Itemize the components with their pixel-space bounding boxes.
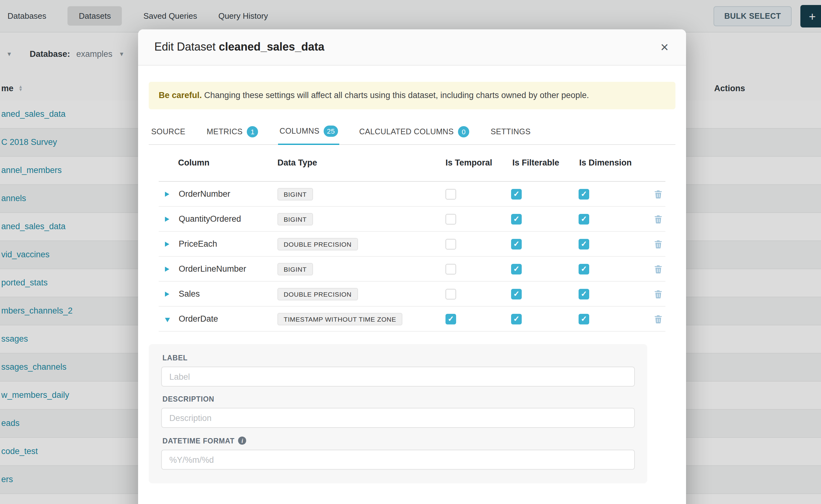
tab-metrics-label: METRICS (206, 127, 242, 136)
tab-calculated-columns[interactable]: CALCULATED COLUMNS 0 (358, 119, 471, 144)
modal-title-dataset-name: cleaned_sales_data (219, 41, 324, 53)
tab-metrics[interactable]: METRICS 1 (205, 119, 259, 144)
delete-column-button[interactable] (654, 189, 663, 199)
column-row: OrderNumber BIGINT (159, 182, 665, 207)
delete-column-button[interactable] (654, 314, 663, 324)
data-type-pill: DOUBLE PRECISION (277, 288, 358, 300)
is-dimension-checkbox[interactable] (579, 289, 589, 299)
data-type-header: Data Type (277, 145, 317, 181)
is-dimension-header: Is Dimension (579, 145, 632, 181)
delete-column-button[interactable] (654, 214, 663, 224)
trash-icon (654, 289, 663, 299)
column-row: QuantityOrdered BIGINT (159, 207, 665, 232)
warning-banner-text: Changing these settings will affect all … (202, 91, 589, 100)
trash-icon (654, 264, 663, 274)
label-field-label: LABEL (162, 354, 635, 362)
description-input[interactable] (161, 408, 635, 428)
is-filterable-checkbox[interactable] (511, 289, 522, 299)
delete-column-button[interactable] (654, 239, 663, 249)
is-dimension-checkbox[interactable] (579, 264, 589, 274)
is-temporal-checkbox[interactable] (446, 239, 456, 249)
description-field-label: DESCRIPTION (162, 395, 635, 403)
columns-count-badge: 25 (324, 126, 338, 137)
label-field-label-text: LABEL (162, 354, 188, 362)
column-name: Sales (179, 282, 200, 306)
tab-settings-label: SETTINGS (491, 127, 531, 136)
is-temporal-checkbox[interactable] (446, 289, 456, 299)
is-filterable-checkbox[interactable] (511, 314, 522, 324)
column-row: Sales DOUBLE PRECISION (159, 282, 665, 307)
tab-columns[interactable]: COLUMNS 25 (278, 119, 339, 145)
trash-icon (654, 239, 663, 249)
edit-dataset-modal: Edit Dataset cleaned_sales_data × Be car… (138, 29, 686, 504)
tab-settings[interactable]: SETTINGS (489, 119, 532, 144)
expand-caret-icon[interactable] (165, 291, 169, 296)
datetime-format-label-text: DATETIME FORMAT (162, 437, 235, 444)
is-filterable-checkbox[interactable] (511, 214, 522, 224)
column-name: PriceEach (179, 232, 217, 256)
is-dimension-checkbox[interactable] (579, 314, 589, 324)
data-type-pill: TIMESTAMP WITHOUT TIME ZONE (277, 313, 402, 325)
is-filterable-checkbox[interactable] (511, 189, 522, 199)
data-type-pill: BIGINT (277, 213, 313, 225)
column-name: OrderLineNumber (179, 257, 246, 281)
column-header: Column (178, 145, 210, 181)
tab-calculated-columns-label: CALCULATED COLUMNS (359, 127, 454, 136)
trash-icon (654, 214, 663, 224)
trash-icon (654, 189, 663, 199)
expand-caret-icon[interactable] (165, 216, 169, 221)
is-temporal-checkbox[interactable] (446, 314, 456, 324)
column-row: OrderDate TIMESTAMP WITHOUT TIME ZONE (159, 307, 665, 332)
expand-caret-icon[interactable] (165, 191, 169, 196)
columns-table-header: Column Data Type Is Temporal Is Filterab… (159, 145, 665, 182)
close-icon[interactable]: × (659, 39, 670, 55)
label-input[interactable] (161, 367, 635, 387)
is-dimension-checkbox[interactable] (579, 189, 589, 199)
calculated-columns-count-badge: 0 (458, 126, 469, 137)
tab-source[interactable]: SOURCE (150, 119, 186, 144)
column-name: QuantityOrdered (179, 207, 241, 231)
delete-column-button[interactable] (654, 264, 663, 274)
tab-columns-label: COLUMNS (279, 127, 319, 136)
viewport: Databases Datasets Saved Queries Query H… (0, 0, 821, 504)
column-detail-panel: LABEL DESCRIPTION DATETIME FORMAT i (149, 344, 647, 483)
data-type-pill: DOUBLE PRECISION (277, 238, 358, 250)
warning-banner: Be careful. Changing these settings will… (149, 82, 675, 109)
is-filterable-checkbox[interactable] (511, 239, 522, 249)
expand-caret-icon[interactable] (165, 241, 169, 246)
column-row: PriceEach DOUBLE PRECISION (159, 232, 665, 257)
description-field-label-text: DESCRIPTION (162, 395, 214, 403)
modal-header: Edit Dataset cleaned_sales_data × (138, 29, 686, 66)
is-dimension-checkbox[interactable] (579, 239, 589, 249)
collapse-caret-icon[interactable] (165, 318, 170, 322)
modal-tabs: SOURCE METRICS 1 COLUMNS 25 CALCULATED C… (149, 119, 675, 145)
datetime-format-field-label: DATETIME FORMAT i (162, 437, 635, 445)
modal-title: Edit Dataset cleaned_sales_data (154, 41, 324, 54)
warning-banner-bold: Be careful. (159, 91, 202, 100)
is-filterable-header: Is Filterable (512, 145, 559, 181)
trash-icon (654, 314, 663, 324)
is-temporal-checkbox[interactable] (446, 264, 456, 274)
expand-caret-icon[interactable] (165, 266, 169, 271)
stage: Databases Datasets Saved Queries Query H… (0, 0, 821, 504)
is-temporal-checkbox[interactable] (446, 189, 456, 199)
modal-title-prefix: Edit Dataset (154, 41, 215, 53)
datetime-format-input[interactable] (161, 450, 635, 470)
is-dimension-checkbox[interactable] (579, 214, 589, 224)
metrics-count-badge: 1 (247, 126, 258, 137)
data-type-pill: BIGINT (277, 188, 313, 200)
column-name: OrderNumber (179, 182, 230, 206)
tab-source-label: SOURCE (151, 127, 185, 136)
column-row: OrderLineNumber BIGINT (159, 257, 665, 282)
column-name: OrderDate (179, 307, 218, 331)
data-type-pill: BIGINT (277, 263, 313, 275)
is-temporal-header: Is Temporal (446, 145, 492, 181)
modal-body: Be careful. Changing these settings will… (138, 66, 686, 483)
columns-table: Column Data Type Is Temporal Is Filterab… (159, 145, 665, 332)
is-filterable-checkbox[interactable] (511, 264, 522, 274)
is-temporal-checkbox[interactable] (446, 214, 456, 224)
info-icon[interactable]: i (238, 437, 246, 445)
delete-column-button[interactable] (654, 289, 663, 299)
